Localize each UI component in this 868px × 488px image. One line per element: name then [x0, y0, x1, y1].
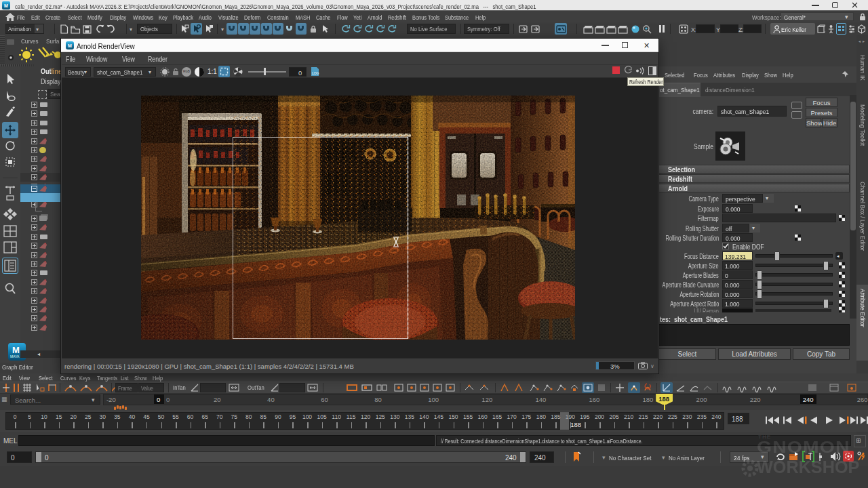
- svg-text:LOG: LOG: [312, 71, 319, 75]
